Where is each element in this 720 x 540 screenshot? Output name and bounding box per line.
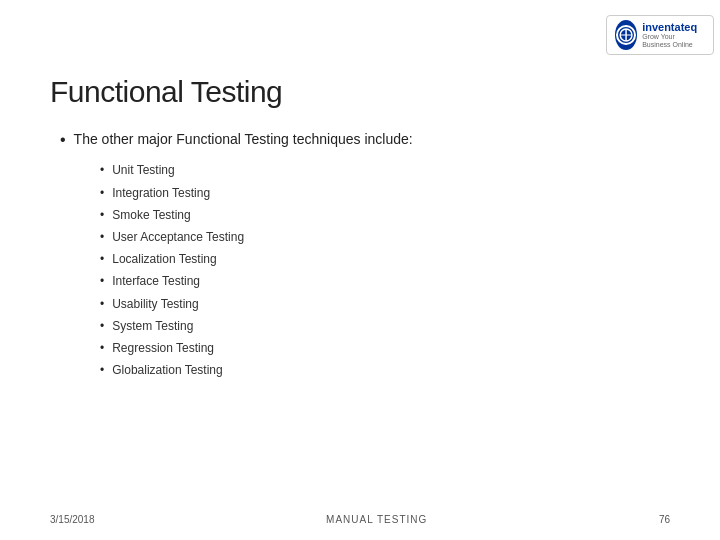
footer-center-text: MANUAL TESTING: [326, 514, 427, 525]
sub-bullet-10: •: [100, 361, 104, 380]
logo-container: inventateq Grow Your Business Online: [606, 15, 714, 55]
sub-bullet-7: •: [100, 295, 104, 314]
sub-item-label-5: Localization Testing: [112, 250, 217, 269]
footer: 3/15/2018 MANUAL TESTING 76: [0, 514, 720, 525]
logo-text-block: inventateq Grow Your Business Online: [642, 21, 705, 48]
list-item: • Regression Testing: [100, 339, 670, 358]
sub-bullet-3: •: [100, 206, 104, 225]
intro-text: The other major Functional Testing techn…: [74, 129, 413, 150]
list-item: • Smoke Testing: [100, 206, 670, 225]
sub-item-label-10: Globalization Testing: [112, 361, 223, 380]
sub-item-label-7: Usability Testing: [112, 295, 198, 314]
sub-bullet-8: •: [100, 317, 104, 336]
sub-item-label-6: Interface Testing: [112, 272, 200, 291]
sub-bullet-5: •: [100, 250, 104, 269]
svg-point-1: [620, 29, 632, 41]
logo-brand-name: inventateq: [642, 21, 705, 33]
sub-bullet-9: •: [100, 339, 104, 358]
list-item: • Integration Testing: [100, 184, 670, 203]
sub-item-label-8: System Testing: [112, 317, 193, 336]
sub-list: • Unit Testing • Integration Testing • S…: [100, 161, 670, 380]
logo-area: inventateq Grow Your Business Online: [610, 10, 710, 60]
sub-bullet-6: •: [100, 272, 104, 291]
list-item: • Usability Testing: [100, 295, 670, 314]
sub-bullet-2: •: [100, 184, 104, 203]
list-item: • Localization Testing: [100, 250, 670, 269]
sub-item-label-3: Smoke Testing: [112, 206, 191, 225]
logo-icon: [615, 20, 637, 50]
sub-item-label-4: User Acceptance Testing: [112, 228, 244, 247]
list-item: • Interface Testing: [100, 272, 670, 291]
list-item: • Globalization Testing: [100, 361, 670, 380]
list-item: • Unit Testing: [100, 161, 670, 180]
sub-item-label-2: Integration Testing: [112, 184, 210, 203]
sub-bullet-1: •: [100, 161, 104, 180]
sub-item-label-1: Unit Testing: [112, 161, 174, 180]
sub-item-label-9: Regression Testing: [112, 339, 214, 358]
logo-tagline: Grow Your Business Online: [642, 33, 705, 48]
svg-point-0: [616, 25, 637, 46]
intro-bullet: • The other major Functional Testing tec…: [60, 129, 670, 151]
list-item: • System Testing: [100, 317, 670, 336]
list-item: • User Acceptance Testing: [100, 228, 670, 247]
sub-bullet-4: •: [100, 228, 104, 247]
intro-bullet-char: •: [60, 129, 66, 151]
main-title: Functional Testing: [50, 75, 670, 109]
footer-date: 3/15/2018: [50, 514, 95, 525]
footer-page-number: 76: [659, 514, 670, 525]
slide-container: inventateq Grow Your Business Online Fun…: [0, 0, 720, 540]
